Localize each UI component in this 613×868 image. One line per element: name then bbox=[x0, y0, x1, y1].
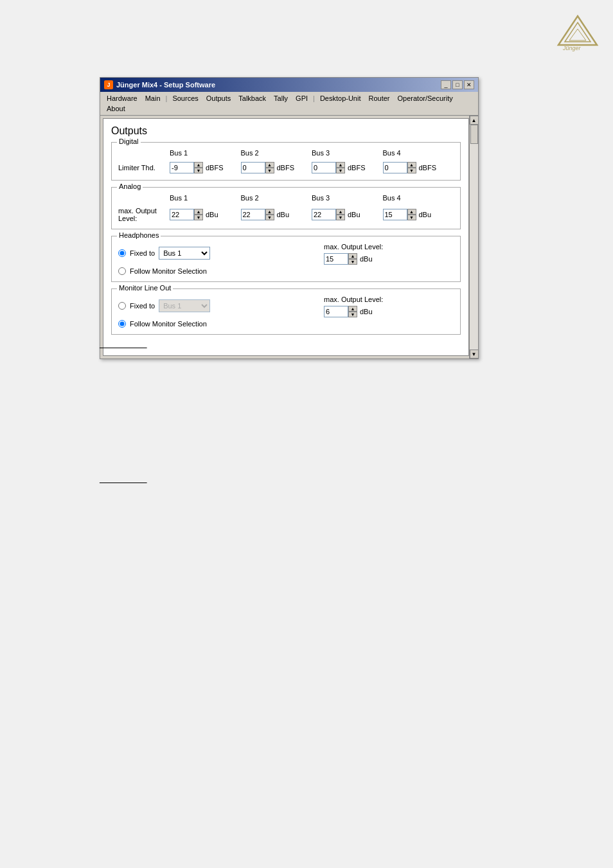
analog-bus3-input[interactable] bbox=[312, 209, 336, 220]
menu-talkback[interactable]: Talkback bbox=[235, 93, 270, 103]
digital-bus4-up[interactable]: ▲ bbox=[407, 162, 416, 168]
analog-bus3-spin-btns: ▲ ▼ bbox=[336, 209, 345, 220]
analog-bus2-up[interactable]: ▲ bbox=[265, 209, 274, 215]
app-icon: J bbox=[104, 80, 113, 89]
menu-about[interactable]: About bbox=[103, 103, 129, 114]
minimize-button[interactable]: _ bbox=[441, 80, 451, 89]
monitor-left: Fixed to Bus 1 Bus 2 Bus 3 Bus 4 Follow … bbox=[118, 296, 298, 328]
analog-bus3-down[interactable]: ▼ bbox=[336, 215, 345, 220]
digital-bus1-up[interactable]: ▲ bbox=[194, 162, 203, 168]
analog-bus4-up[interactable]: ▲ bbox=[407, 209, 416, 215]
headphones-output-spinner: ▲ ▼ dBu bbox=[324, 253, 401, 265]
analog-bus4-down[interactable]: ▼ bbox=[407, 215, 416, 220]
headphones-down[interactable]: ▼ bbox=[348, 259, 357, 265]
analog-bus2-unit: dBu bbox=[277, 211, 290, 218]
digital-bus3-up[interactable]: ▲ bbox=[336, 162, 345, 168]
menu-sources[interactable]: Sources bbox=[168, 93, 202, 103]
scroll-track bbox=[470, 125, 478, 350]
monitor-group: Monitor Line Out Fixed to Bus 1 Bus 2 Bu… bbox=[111, 288, 461, 335]
menu-main[interactable]: Main bbox=[141, 93, 164, 103]
monitor-up[interactable]: ▲ bbox=[348, 306, 357, 312]
digital-bus3-down[interactable]: ▼ bbox=[336, 168, 345, 173]
title-bar-left: J Jünger Mix4 - Setup Software bbox=[104, 80, 215, 89]
menu-outputs[interactable]: Outputs bbox=[202, 93, 235, 103]
digital-bus2-input[interactable] bbox=[241, 162, 265, 173]
digital-bus3-spin-btns: ▲ ▼ bbox=[336, 162, 345, 173]
headphones-up[interactable]: ▲ bbox=[348, 253, 357, 259]
main-window: J Jünger Mix4 - Setup Software _ □ ✕ Har… bbox=[100, 77, 479, 359]
monitor-output-input[interactable] bbox=[324, 306, 348, 317]
digital-label: Digital bbox=[117, 137, 141, 145]
analog-bus3-label: Bus 3 bbox=[312, 194, 383, 202]
monitor-follow-radio[interactable] bbox=[118, 320, 126, 328]
analog-label: Analog bbox=[117, 182, 143, 190]
headphones-bus-dropdown[interactable]: Bus 1 Bus 2 Bus 3 Bus 4 bbox=[159, 247, 210, 260]
headphones-fixed-label: Fixed to bbox=[130, 249, 155, 257]
monitor-down[interactable]: ▼ bbox=[348, 312, 357, 317]
monitor-spin-btns: ▲ ▼ bbox=[348, 306, 357, 317]
menu-operator-security[interactable]: Operator/Security bbox=[394, 93, 457, 103]
digital-bus2-spin-btns: ▲ ▼ bbox=[265, 162, 274, 173]
scroll-down-button[interactable]: ▼ bbox=[470, 350, 479, 359]
content-wrapper: Outputs Digital Bus 1 Bus 2 Bus 3 Bus 4 … bbox=[100, 116, 478, 359]
digital-bus4-down[interactable]: ▼ bbox=[407, 168, 416, 173]
digital-field-label: Limiter Thd. bbox=[118, 164, 170, 172]
headphones-right: max. Output Level: ▲ ▼ dBu bbox=[324, 243, 401, 265]
digital-bus2-label: Bus 2 bbox=[241, 149, 312, 157]
headphones-label: Headphones bbox=[117, 231, 161, 239]
close-button[interactable]: ✕ bbox=[464, 80, 474, 89]
digital-bus1-spinner: ▲ ▼ dBFS bbox=[170, 162, 241, 173]
digital-bus4-unit: dBFS bbox=[419, 164, 437, 172]
analog-bus1-spin-btns: ▲ ▼ bbox=[194, 209, 203, 220]
digital-bus2-up[interactable]: ▲ bbox=[265, 162, 274, 168]
scroll-thumb[interactable] bbox=[470, 125, 478, 144]
logo-area: Jünger bbox=[555, 13, 600, 51]
menu-gpi[interactable]: GPI bbox=[292, 93, 312, 103]
analog-bus3-unit: dBu bbox=[348, 211, 360, 218]
digital-bus4-input[interactable] bbox=[383, 162, 407, 173]
junger-logo: Jünger bbox=[555, 13, 600, 51]
headphones-group: Headphones Fixed to Bus 1 Bus 2 Bus 3 B bbox=[111, 236, 461, 282]
headphones-output-input[interactable] bbox=[324, 253, 348, 265]
analog-bus2-input[interactable] bbox=[241, 209, 265, 220]
menu-tally[interactable]: Tally bbox=[270, 93, 292, 103]
headphones-left: Fixed to Bus 1 Bus 2 Bus 3 Bus 4 Follow … bbox=[118, 243, 298, 275]
window-title: Jünger Mix4 - Setup Software bbox=[116, 81, 215, 89]
maximize-button[interactable]: □ bbox=[452, 80, 463, 89]
analog-bus4-spin-btns: ▲ ▼ bbox=[407, 209, 416, 220]
digital-bus2-unit: dBFS bbox=[277, 164, 295, 172]
headphones-follow-label: Follow Monitor Selection bbox=[130, 267, 207, 275]
digital-bus1-down[interactable]: ▼ bbox=[194, 168, 203, 173]
monitor-fixed-radio[interactable] bbox=[118, 302, 126, 310]
monitor-right: max. Output Level: ▲ ▼ dBu bbox=[324, 296, 401, 317]
analog-bus1-down[interactable]: ▼ bbox=[194, 215, 203, 220]
analog-bus4-input[interactable] bbox=[383, 209, 407, 220]
analog-bus1-up[interactable]: ▲ bbox=[194, 209, 203, 215]
analog-output-row: max. Output Level: ▲ ▼ dBu bbox=[118, 207, 454, 222]
menu-hardware[interactable]: Hardware bbox=[103, 93, 141, 103]
digital-bus4-label: Bus 4 bbox=[383, 149, 454, 157]
digital-bus3-input[interactable] bbox=[312, 162, 336, 173]
analog-bus1-unit: dBu bbox=[206, 211, 218, 218]
analog-bus3-up[interactable]: ▲ bbox=[336, 209, 345, 215]
digital-bus4-spin-btns: ▲ ▼ bbox=[407, 162, 416, 173]
analog-bus1-spinner: ▲ ▼ dBu bbox=[170, 209, 241, 220]
menu-desktop-unit[interactable]: Desktop-Unit bbox=[316, 93, 365, 103]
digital-bus2-down[interactable]: ▼ bbox=[265, 168, 274, 173]
headphones-fixed-radio[interactable] bbox=[118, 249, 126, 257]
digital-bus3-spinner: ▲ ▼ dBFS bbox=[312, 162, 383, 173]
menu-router[interactable]: Router bbox=[364, 93, 393, 103]
scrollbar: ▲ ▼ bbox=[469, 116, 478, 359]
digital-bus1-unit: dBFS bbox=[206, 164, 224, 172]
digital-bus1-input[interactable] bbox=[170, 162, 194, 173]
scroll-up-button[interactable]: ▲ bbox=[470, 116, 479, 125]
analog-bus4-label: Bus 4 bbox=[383, 194, 454, 202]
headphones-follow-radio[interactable] bbox=[118, 267, 126, 275]
headphones-spin-btns: ▲ ▼ bbox=[348, 253, 357, 265]
analog-bus2-down[interactable]: ▼ bbox=[265, 215, 274, 220]
digital-bus1-label: Bus 1 bbox=[170, 149, 241, 157]
analog-bus-labels: Bus 1 Bus 2 Bus 3 Bus 4 bbox=[118, 194, 454, 202]
analog-bus1-input[interactable] bbox=[170, 209, 194, 220]
analog-bus3-spinner: ▲ ▼ dBu bbox=[312, 209, 383, 220]
headphones-unit: dBu bbox=[360, 255, 373, 263]
